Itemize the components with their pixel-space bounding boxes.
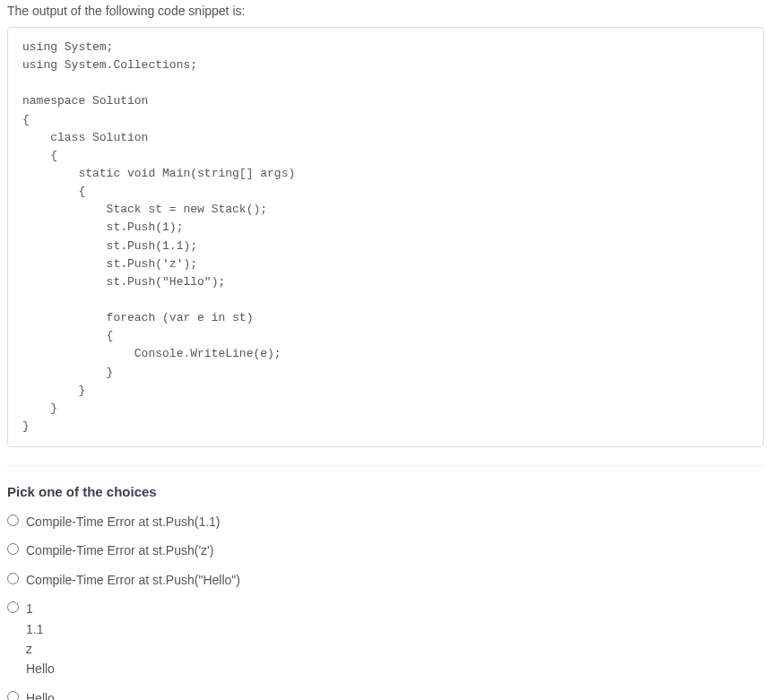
choice-option[interactable]: Compile-Time Error at st.Push("Hello") (7, 570, 764, 590)
choices-heading: Pick one of the choices (7, 484, 764, 499)
choice-radio[interactable] (7, 601, 19, 613)
section-divider (7, 465, 764, 466)
choice-label: Hello z 1.1 1 (26, 688, 55, 700)
choice-label: Compile-Time Error at st.Push(1.1) (26, 512, 221, 531)
choices-list: Compile-Time Error at st.Push(1.1) Compi… (7, 512, 764, 700)
choice-radio[interactable] (7, 543, 19, 555)
choice-option[interactable]: Hello z 1.1 1 (7, 688, 764, 700)
choice-radio[interactable] (7, 573, 19, 584)
choice-label: 1 1.1 z Hello (26, 599, 55, 679)
code-snippet: using System; using System.Collections; … (7, 27, 764, 447)
choice-radio[interactable] (7, 514, 19, 526)
choice-option[interactable]: 1 1.1 z Hello (7, 599, 764, 679)
choice-option[interactable]: Compile-Time Error at st.Push(1.1) (7, 512, 764, 531)
choice-label: Compile-Time Error at st.Push('z') (26, 540, 213, 560)
choice-option[interactable]: Compile-Time Error at st.Push('z') (7, 540, 764, 560)
choice-label: Compile-Time Error at st.Push("Hello") (26, 570, 240, 590)
choice-radio[interactable] (7, 691, 19, 700)
question-prompt: The output of the following code snippet… (7, 4, 764, 18)
